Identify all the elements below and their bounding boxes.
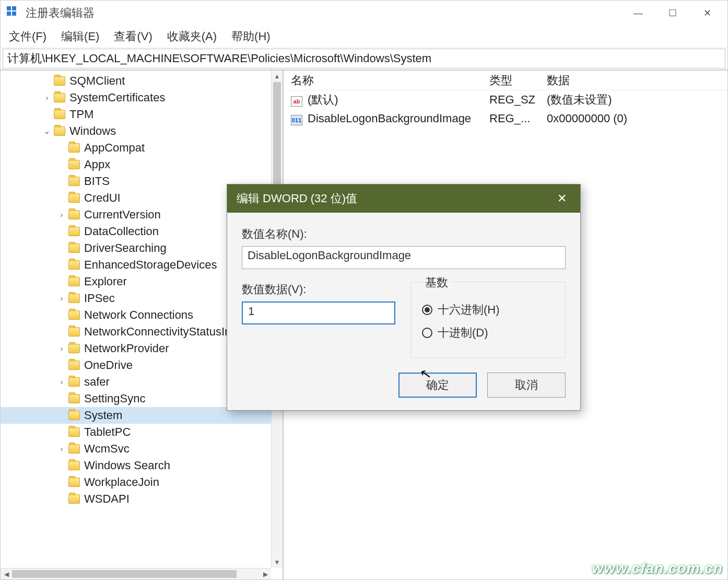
expander-icon[interactable]: ›: [57, 344, 66, 353]
tree-item[interactable]: Windows Search: [1, 457, 271, 474]
tree-item-label: SettingSync: [84, 392, 148, 405]
menu-help[interactable]: 帮助(H): [231, 29, 271, 44]
expander-icon[interactable]: ⌄: [42, 127, 52, 135]
tree-item-label: EnhancedStorageDevices: [84, 258, 220, 272]
scroll-down-icon[interactable]: ▼: [272, 556, 283, 568]
expander-icon[interactable]: ›: [57, 211, 66, 219]
radio-icon: [422, 328, 432, 338]
minimize-button[interactable]: —: [621, 3, 655, 24]
menu-edit[interactable]: 编辑(E): [61, 29, 99, 44]
expander-icon[interactable]: ›: [57, 294, 66, 303]
tree-item-label: CurrentVersion: [84, 208, 164, 222]
value-name-field[interactable]: DisableLogonBackgroundImage: [242, 246, 566, 269]
value-type-icon: ab: [291, 96, 302, 107]
tree-item-label: Network Connections: [84, 308, 196, 322]
menu-favorites[interactable]: 收藏夹(A): [167, 29, 217, 44]
list-row[interactable]: ab(默认)REG_SZ(数值未设置): [284, 90, 727, 109]
tree-item[interactable]: ›WcmSvc: [1, 440, 271, 457]
tree-item-label: Appx: [84, 158, 113, 171]
tree-item[interactable]: ⌄Windows: [1, 123, 271, 140]
folder-icon: [54, 126, 65, 136]
folder-icon: [68, 143, 80, 153]
tree-item-label: NetworkConnectivityStatusIn: [84, 325, 234, 339]
window-title: 注册表编辑器: [26, 5, 95, 21]
menu-file[interactable]: 文件(F): [9, 29, 46, 44]
expander-icon[interactable]: ›: [42, 94, 52, 102]
maximize-button[interactable]: ☐: [655, 3, 690, 24]
folder-icon: [68, 193, 80, 203]
folder-icon: [54, 110, 65, 119]
tree-item-label: SystemCertificates: [69, 91, 168, 105]
folder-icon: [68, 260, 80, 270]
tree-item-label: Windows: [69, 124, 119, 138]
watermark: www.cfan.com.cn: [592, 560, 723, 577]
tree-item[interactable]: WorkplaceJoin: [1, 474, 271, 491]
tree-item[interactable]: TPM: [1, 106, 271, 123]
expander-icon[interactable]: ›: [57, 378, 66, 386]
value-name-label: 数值名称(N):: [242, 226, 566, 242]
folder-icon: [54, 93, 65, 102]
tree-item[interactable]: WSDAPI: [1, 491, 271, 507]
value-type: REG_SZ: [482, 93, 539, 107]
folder-icon: [68, 344, 80, 353]
dialog-close-icon[interactable]: ✕: [553, 190, 571, 207]
tree-item-label: OneDrive: [84, 358, 136, 372]
radio-hex[interactable]: 十六进制(H): [422, 302, 555, 318]
scroll-left-icon[interactable]: ◀: [1, 569, 12, 579]
folder-icon: [68, 294, 80, 303]
folder-icon: [68, 177, 80, 186]
folder-icon: [68, 411, 80, 420]
folder-icon: [68, 427, 80, 437]
header-data[interactable]: 数据: [539, 73, 727, 88]
value-name: (默认): [308, 93, 338, 106]
tree-item-label: TPM: [69, 108, 97, 121]
value-name: DisableLogonBackgroundImage: [308, 112, 471, 125]
value-type: REG_...: [482, 112, 539, 125]
dialog-title: 编辑 DWORD (32 位)值: [237, 191, 357, 206]
folder-icon: [68, 444, 80, 454]
tree-item-label: WSDAPI: [84, 492, 133, 506]
edit-dword-dialog: 编辑 DWORD (32 位)值 ✕ 数值名称(N): DisableLogon…: [227, 184, 581, 411]
list-row[interactable]: 011DisableLogonBackgroundImageREG_...0x0…: [284, 109, 727, 128]
scroll-right-icon[interactable]: ▶: [260, 569, 271, 579]
tree-item-label: CredUI: [84, 191, 124, 205]
address-bar[interactable]: 计算机\HKEY_LOCAL_MACHINE\SOFTWARE\Policies…: [3, 49, 725, 68]
folder-icon: [68, 243, 80, 253]
tree-item-label: SQMClient: [69, 74, 128, 88]
tree-item-label: TabletPC: [84, 425, 134, 439]
menubar: 文件(F) 编辑(E) 查看(V) 收藏夹(A) 帮助(H): [1, 26, 727, 48]
folder-icon: [68, 227, 80, 236]
folder-icon: [68, 377, 80, 387]
header-name[interactable]: 名称: [284, 73, 482, 88]
tree-item[interactable]: AppCompat: [1, 140, 271, 156]
base-groupbox: 基数 十六进制(H) 十进制(D): [411, 282, 566, 358]
folder-icon: [68, 478, 80, 487]
titlebar: 注册表编辑器 — ☐ ✕: [1, 1, 727, 26]
folder-icon: [68, 494, 80, 504]
folder-icon: [68, 160, 80, 169]
radio-dec[interactable]: 十进制(D): [422, 325, 555, 341]
expander-icon[interactable]: ›: [57, 445, 66, 453]
list-header[interactable]: 名称 类型 数据: [284, 71, 727, 90]
tree-item-label: DataCollection: [84, 225, 162, 238]
tree-item[interactable]: Appx: [1, 156, 271, 173]
ok-button[interactable]: 确定: [398, 373, 477, 398]
value-data: 0x00000000 (0): [539, 112, 727, 125]
cancel-button[interactable]: 取消: [487, 373, 566, 398]
close-button[interactable]: ✕: [690, 3, 724, 24]
tree-item[interactable]: ›SystemCertificates: [1, 89, 271, 106]
menu-view[interactable]: 查看(V): [114, 29, 152, 44]
scroll-up-icon[interactable]: ▲: [272, 71, 283, 82]
dialog-titlebar[interactable]: 编辑 DWORD (32 位)值 ✕: [227, 184, 580, 213]
folder-icon: [68, 277, 80, 286]
tree-item-label: BITS: [84, 175, 113, 188]
tree-item[interactable]: SQMClient: [1, 73, 271, 89]
tree-item[interactable]: TabletPC: [1, 424, 271, 440]
tree-item-label: System: [84, 409, 125, 422]
tree-item-label: Explorer: [84, 275, 130, 288]
folder-icon: [68, 394, 80, 403]
tree-item-label: Windows Search: [84, 459, 173, 472]
tree-horizontal-scrollbar[interactable]: ◀ ▶: [1, 568, 271, 579]
value-data-input[interactable]: 1: [242, 301, 395, 324]
header-type[interactable]: 类型: [482, 73, 539, 88]
